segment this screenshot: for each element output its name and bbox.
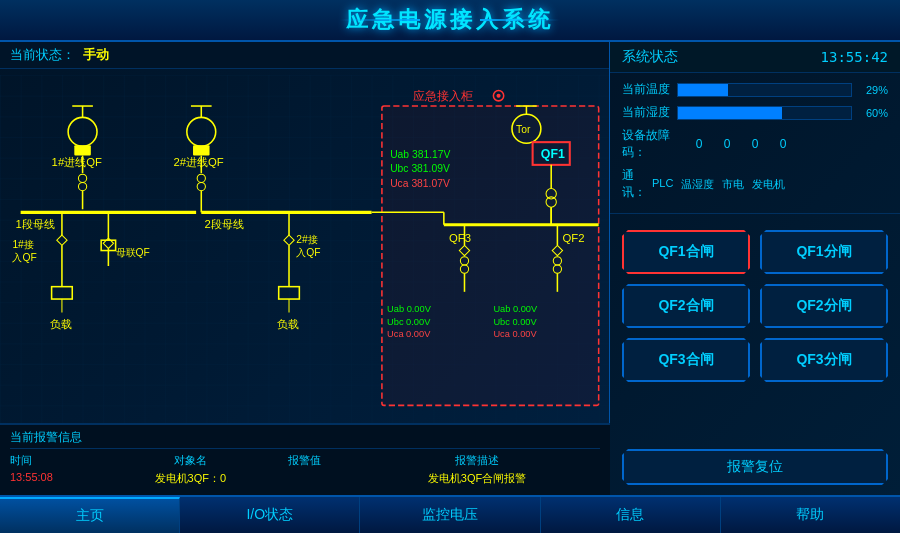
qf2-open-button[interactable]: QF2分闸 (760, 284, 888, 328)
svg-text:Uab  0.00V: Uab 0.00V (387, 304, 432, 314)
alarm-panel: 当前报警信息 时间 对象名 报警值 报警描述 13:55:08 发电机3QF：0… (0, 423, 610, 495)
fault-val-2: 0 (748, 137, 762, 151)
nav-info-button[interactable]: 信息 (541, 497, 721, 533)
alarm-header: 当前报警信息 (10, 429, 600, 449)
alarm-row-0: 13:55:08 发电机3QF：0 发电机3QF合闸报警 (10, 471, 600, 486)
humidity-label: 当前湿度 (622, 104, 677, 121)
humidity-bar-fill (678, 107, 782, 119)
qf1-open-button[interactable]: QF1分闸 (760, 230, 888, 274)
nav-home-button[interactable]: 主页 (0, 497, 180, 533)
alarm-object-0: 发电机3QF：0 (125, 471, 256, 486)
right-panel: 系统状态 13:55:42 当前温度 29% 当前湿度 60% (610, 42, 900, 495)
svg-text:母联QF: 母联QF (116, 247, 150, 258)
qf1-close-button[interactable]: QF1合闸 (622, 230, 750, 274)
humidity-bar (677, 106, 852, 120)
qf2-close-button[interactable]: QF2合闸 (622, 284, 750, 328)
svg-rect-16 (193, 145, 210, 155)
comm-plc: PLC (652, 177, 673, 192)
svg-text:负载: 负载 (50, 318, 72, 330)
svg-text:Tor: Tor (516, 124, 531, 135)
svg-text:2#进线QF: 2#进线QF (173, 156, 223, 168)
fault-val-0: 0 (692, 137, 706, 151)
svg-text:Uca  0.00V: Uca 0.00V (493, 329, 537, 339)
header-decor-right (480, 19, 560, 21)
nav-io-button[interactable]: I/O状态 (180, 497, 360, 533)
svg-text:1#进线QF: 1#进线QF (52, 156, 102, 168)
svg-text:QF2: QF2 (563, 232, 585, 244)
status-label: 当前状态： (10, 46, 75, 64)
svg-text:入QF: 入QF (12, 252, 36, 263)
svg-text:QF1: QF1 (541, 147, 565, 161)
fault-row: 设备故障码： 0 0 0 0 (622, 127, 888, 161)
svg-text:应急接入柜: 应急接入柜 (413, 89, 473, 103)
fault-label: 设备故障码： (622, 127, 692, 161)
alarm-columns: 时间 对象名 报警值 报警描述 (10, 453, 600, 468)
temp-label: 当前温度 (622, 81, 677, 98)
comm-row: 通 讯： PLC 温湿度 市电 发电机 (622, 167, 888, 201)
alarm-reset-button[interactable]: 报警复位 (622, 449, 888, 485)
svg-text:2#接: 2#接 (296, 234, 317, 245)
header: 应急电源接入系统 (0, 0, 900, 42)
alarm-desc-0: 发电机3QF合闸报警 (354, 471, 600, 486)
bottom-nav: 主页 I/O状态 监控电压 信息 帮助 (0, 495, 900, 533)
comm-grid: 市电 (722, 177, 744, 192)
svg-text:Ubc  381.09V: Ubc 381.09V (390, 163, 450, 174)
alarm-col-desc: 报警描述 (354, 453, 600, 468)
comm-humidity: 温湿度 (681, 177, 714, 192)
sys-status-title: 系统状态 (622, 48, 678, 66)
qf3-close-button[interactable]: QF3合闸 (622, 338, 750, 382)
alarm-col-time: 时间 (10, 453, 125, 468)
sys-status-header: 系统状态 13:55:42 (610, 42, 900, 73)
svg-text:Uca  381.07V: Uca 381.07V (390, 178, 450, 189)
svg-rect-5 (74, 145, 91, 155)
fault-val-1: 0 (720, 137, 734, 151)
temp-bar (677, 83, 852, 97)
svg-text:QF3: QF3 (449, 232, 471, 244)
humidity-value: 60% (858, 107, 888, 119)
svg-text:Ubc  0.00V: Ubc 0.00V (493, 317, 537, 327)
sys-info-area: 当前温度 29% 当前湿度 60% 设备故障码： 0 0 (610, 73, 900, 214)
svg-point-49 (496, 94, 500, 98)
alarm-col-value: 报警值 (256, 453, 354, 468)
temp-row: 当前温度 29% (622, 81, 888, 98)
alarm-col-object: 对象名 (125, 453, 256, 468)
temp-bar-fill (678, 84, 728, 96)
svg-text:2段母线: 2段母线 (204, 218, 243, 230)
alarm-reset-area: 报警复位 (610, 445, 900, 495)
svg-text:Uca  0.00V: Uca 0.00V (387, 329, 431, 339)
svg-text:Uab  381.17V: Uab 381.17V (390, 149, 450, 160)
nav-voltage-button[interactable]: 监控电压 (360, 497, 540, 533)
comm-label: 通 讯： (622, 167, 652, 201)
alarm-value-0 (256, 471, 354, 486)
svg-text:入QF: 入QF (296, 247, 320, 258)
status-bar: 当前状态： 手动 (0, 42, 609, 69)
alarm-time-0: 13:55:08 (10, 471, 125, 486)
sys-time: 13:55:42 (821, 49, 888, 65)
fault-val-3: 0 (776, 137, 790, 151)
svg-text:1段母线: 1段母线 (15, 218, 54, 230)
nav-help-button[interactable]: 帮助 (721, 497, 900, 533)
svg-text:Ubc  0.00V: Ubc 0.00V (387, 317, 431, 327)
fault-values: 0 0 0 0 (692, 137, 790, 151)
svg-text:负载: 负载 (277, 318, 299, 330)
comm-generator: 发电机 (752, 177, 785, 192)
header-decor-left (340, 19, 420, 21)
svg-text:1#接: 1#接 (12, 239, 33, 250)
temp-value: 29% (858, 84, 888, 96)
control-area: QF1合闸 QF1分闸 QF2合闸 QF2分闸 QF3合闸 QF3分闸 (610, 214, 900, 445)
qf3-open-button[interactable]: QF3分闸 (760, 338, 888, 382)
humidity-row: 当前湿度 60% (622, 104, 888, 121)
svg-text:Uab  0.00V: Uab 0.00V (493, 304, 538, 314)
comm-items: PLC 温湿度 市电 发电机 (652, 177, 785, 192)
status-value: 手动 (83, 46, 109, 64)
